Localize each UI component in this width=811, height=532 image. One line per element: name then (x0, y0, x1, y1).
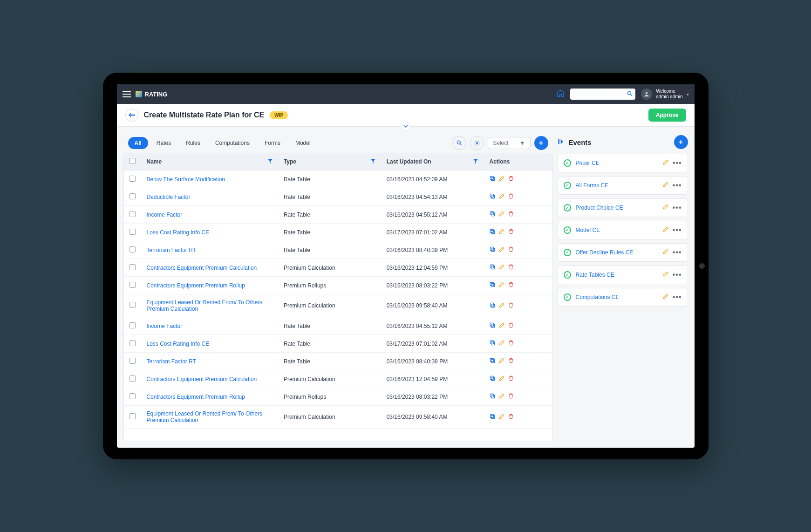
edit-icon[interactable] (498, 211, 505, 218)
row-name-link[interactable]: Loss Cost Rating Info CE (147, 229, 210, 236)
edit-icon[interactable] (662, 159, 669, 167)
filter-icon[interactable] (473, 159, 478, 164)
tab-all[interactable]: All (128, 137, 148, 149)
row-checkbox[interactable] (129, 413, 136, 419)
copy-icon[interactable] (489, 322, 496, 330)
settings-button[interactable] (470, 136, 484, 150)
more-icon[interactable]: ••• (673, 271, 682, 279)
edit-icon[interactable] (498, 175, 505, 183)
row-checkbox[interactable] (129, 264, 136, 270)
edit-icon[interactable] (498, 357, 505, 365)
row-checkbox[interactable] (129, 229, 136, 235)
edit-icon[interactable] (498, 393, 505, 401)
add-item-button[interactable]: + (534, 136, 548, 150)
more-icon[interactable]: ••• (673, 204, 682, 212)
copy-icon[interactable] (489, 211, 496, 218)
hamburger-menu-icon[interactable] (123, 91, 131, 97)
event-item[interactable]: Model CE••• (558, 221, 688, 239)
search-tool-button[interactable] (452, 136, 466, 150)
row-checkbox[interactable] (129, 302, 136, 308)
row-name-link[interactable]: Terrorism Factor RT (147, 247, 196, 253)
tab-computations[interactable]: Computations (209, 137, 256, 149)
row-name-link[interactable]: Equipment Leased Or Rented From/ To Othe… (147, 299, 263, 312)
global-search[interactable] (570, 89, 635, 100)
row-name-link[interactable]: Income Factor (147, 211, 183, 218)
edit-icon[interactable] (498, 322, 505, 330)
brand-area[interactable]: RATING (136, 91, 168, 98)
copy-icon[interactable] (489, 375, 496, 383)
delete-icon[interactable] (508, 302, 514, 310)
copy-icon[interactable] (489, 393, 496, 401)
more-icon[interactable]: ••• (673, 181, 682, 190)
row-name-link[interactable]: Deductible Factor (147, 194, 191, 200)
more-icon[interactable]: ••• (673, 159, 682, 167)
row-checkbox[interactable] (129, 246, 136, 252)
row-name-link[interactable]: Equipment Leased Or Rented From/ To Othe… (147, 410, 263, 423)
tab-rules[interactable]: Rules (179, 137, 207, 149)
delete-icon[interactable] (508, 228, 514, 236)
event-item[interactable]: Offer Decline Rules CE••• (558, 243, 688, 262)
event-item[interactable]: Pricer CE••• (558, 154, 688, 172)
row-checkbox[interactable] (129, 358, 136, 364)
delete-icon[interactable] (508, 193, 514, 201)
edit-icon[interactable] (498, 281, 505, 289)
edit-icon[interactable] (498, 228, 505, 236)
delete-icon[interactable] (508, 340, 514, 348)
row-checkbox[interactable] (129, 375, 136, 382)
tab-model[interactable]: Model (289, 137, 317, 149)
delete-icon[interactable] (508, 375, 514, 383)
edit-icon[interactable] (662, 181, 669, 190)
row-name-link[interactable]: Loss Cost Rating Info CE (147, 341, 210, 347)
edit-icon[interactable] (498, 302, 505, 310)
select-all-checkbox[interactable] (129, 158, 136, 164)
edit-icon[interactable] (498, 340, 505, 348)
type-select[interactable]: Select ▼ (488, 137, 530, 149)
more-icon[interactable]: ••• (673, 248, 682, 257)
data-table-wrapper[interactable]: Name Type Last Updated On Actions Below … (123, 153, 553, 441)
row-checkbox[interactable] (129, 322, 136, 328)
filter-icon[interactable] (268, 159, 273, 164)
edit-icon[interactable] (662, 271, 669, 279)
event-item[interactable]: Rate Tables CE••• (558, 266, 688, 284)
copy-icon[interactable] (489, 228, 496, 236)
row-name-link[interactable]: Income Factor (147, 323, 183, 329)
delete-icon[interactable] (508, 211, 514, 218)
edit-icon[interactable] (498, 246, 505, 254)
approve-button[interactable]: Approve (648, 109, 686, 122)
event-item[interactable]: All Forms CE••• (558, 176, 688, 195)
add-event-button[interactable]: + (674, 135, 688, 149)
edit-icon[interactable] (498, 193, 505, 201)
tab-rates[interactable]: Rates (150, 137, 177, 149)
edit-icon[interactable] (498, 264, 505, 272)
panel-expand-icon[interactable] (558, 138, 565, 147)
copy-icon[interactable] (489, 357, 496, 365)
filter-icon[interactable] (371, 159, 375, 164)
event-item[interactable]: Computations CE••• (558, 288, 688, 307)
chevron-down-icon[interactable]: ▾ (687, 92, 689, 97)
copy-icon[interactable] (489, 246, 496, 254)
row-name-link[interactable]: Terrorism Factor RT (147, 358, 196, 365)
more-icon[interactable]: ••• (673, 226, 682, 234)
global-search-input[interactable] (573, 91, 627, 97)
delete-icon[interactable] (508, 246, 514, 254)
row-name-link[interactable]: Contractors Equipment Premium Rollup (147, 394, 245, 400)
copy-icon[interactable] (489, 340, 496, 348)
copy-icon[interactable] (489, 264, 496, 272)
delete-icon[interactable] (508, 357, 514, 365)
row-name-link[interactable]: Below The Surface Modification (147, 176, 225, 183)
edit-icon[interactable] (662, 248, 669, 257)
search-icon[interactable] (627, 90, 633, 98)
row-checkbox[interactable] (129, 282, 136, 288)
home-icon[interactable] (556, 89, 565, 99)
copy-icon[interactable] (489, 413, 496, 421)
edit-icon[interactable] (498, 413, 505, 421)
copy-icon[interactable] (489, 175, 496, 183)
more-icon[interactable]: ••• (673, 293, 682, 301)
row-checkbox[interactable] (129, 211, 136, 217)
delete-icon[interactable] (508, 322, 514, 330)
row-checkbox[interactable] (129, 393, 136, 399)
edit-icon[interactable] (498, 375, 505, 383)
row-name-link[interactable]: Contractors Equipment Premium Calculatio… (147, 265, 257, 271)
row-name-link[interactable]: Contractors Equipment Premium Calculatio… (147, 376, 257, 382)
user-menu[interactable]: Welcome admin admin ▾ (641, 89, 688, 100)
